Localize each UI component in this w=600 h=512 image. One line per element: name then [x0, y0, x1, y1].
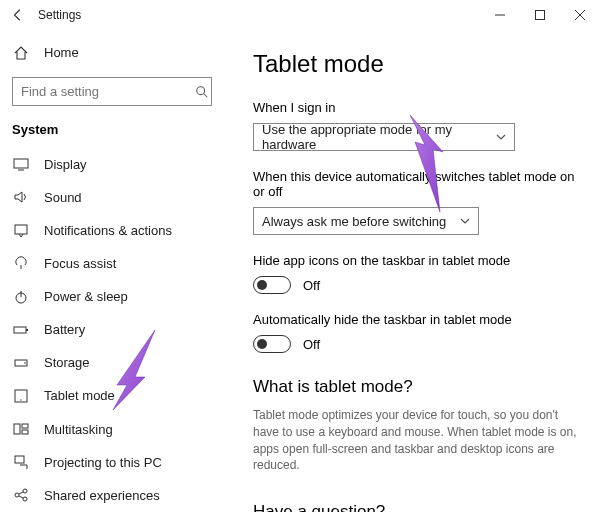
nav-label: Power & sleep [44, 289, 128, 304]
maximize-button[interactable] [520, 0, 560, 30]
svg-rect-20 [22, 430, 28, 434]
autohide-label: Automatically hide the taskbar in tablet… [253, 312, 580, 327]
what-heading: What is tablet mode? [253, 377, 580, 397]
sidebar-item-shared-experiences[interactable]: Shared experiences [0, 479, 224, 512]
sidebar-item-tablet-mode[interactable]: Tablet mode [0, 379, 224, 412]
svg-rect-6 [14, 159, 28, 168]
svg-point-23 [23, 489, 27, 493]
storage-icon [12, 354, 30, 372]
sidebar-item-notifications[interactable]: Notifications & actions [0, 214, 224, 247]
minimize-button[interactable] [480, 0, 520, 30]
dropdown-value: Use the appropriate mode for my hardware [262, 122, 496, 152]
chevron-down-icon [460, 217, 470, 225]
svg-line-5 [204, 94, 208, 98]
sidebar-item-battery[interactable]: Battery [0, 313, 224, 346]
svg-rect-13 [26, 329, 28, 331]
nav-label: Shared experiences [44, 488, 160, 503]
home-icon [12, 44, 30, 62]
notifications-icon [12, 221, 30, 239]
svg-rect-1 [536, 11, 545, 20]
nav-label: Focus assist [44, 256, 116, 271]
chevron-down-icon [496, 133, 506, 141]
toggle-state: Off [303, 278, 320, 293]
main-content: Tablet mode When I sign in Use the appro… [225, 30, 600, 512]
back-button[interactable] [4, 1, 32, 29]
battery-icon [12, 321, 30, 339]
nav-label: Notifications & actions [44, 223, 172, 238]
signin-label: When I sign in [253, 100, 580, 115]
svg-rect-12 [14, 327, 26, 333]
tablet-icon [12, 387, 30, 405]
sidebar-item-projecting[interactable]: Projecting to this PC [0, 446, 224, 479]
window-title: Settings [38, 8, 81, 22]
focus-assist-icon [12, 254, 30, 272]
svg-rect-21 [15, 456, 24, 463]
multitasking-icon [12, 420, 30, 438]
search-input[interactable] [12, 77, 212, 106]
switch-label: When this device automatically switches … [253, 169, 580, 199]
nav-label: Projecting to this PC [44, 455, 162, 470]
sidebar-item-power-sleep[interactable]: Power & sleep [0, 280, 224, 313]
switch-dropdown[interactable]: Always ask me before switching [253, 207, 479, 235]
svg-rect-18 [14, 424, 20, 434]
nav-label: Multitasking [44, 422, 113, 437]
nav-label: Home [44, 45, 79, 60]
signin-dropdown[interactable]: Use the appropriate mode for my hardware [253, 123, 515, 151]
question-heading: Have a question? [253, 502, 580, 512]
svg-point-15 [24, 362, 26, 364]
svg-point-22 [15, 493, 19, 497]
sound-icon [12, 188, 30, 206]
svg-rect-8 [15, 225, 27, 234]
autohide-toggle[interactable] [253, 335, 291, 353]
page-title: Tablet mode [253, 50, 580, 78]
dropdown-value: Always ask me before switching [262, 214, 446, 229]
nav-label: Tablet mode [44, 388, 115, 403]
sidebar: Home System Display Sound Notificati [0, 30, 225, 512]
shared-icon [12, 486, 30, 504]
sidebar-item-focus-assist[interactable]: Focus assist [0, 247, 224, 280]
hide-icons-toggle[interactable] [253, 276, 291, 294]
svg-rect-19 [22, 424, 28, 428]
sidebar-item-display[interactable]: Display [0, 147, 224, 180]
svg-line-26 [19, 496, 23, 498]
what-description: Tablet mode optimizes your device for to… [253, 407, 580, 474]
toggle-state: Off [303, 337, 320, 352]
search-icon [195, 85, 209, 99]
nav-label: Sound [44, 190, 82, 205]
sidebar-item-multitasking[interactable]: Multitasking [0, 413, 224, 446]
nav-label: Battery [44, 322, 85, 337]
sidebar-item-sound[interactable]: Sound [0, 181, 224, 214]
sidebar-item-home[interactable]: Home [0, 36, 224, 69]
svg-point-24 [23, 497, 27, 501]
svg-point-17 [20, 399, 21, 400]
close-button[interactable] [560, 0, 600, 30]
projecting-icon [12, 453, 30, 471]
hide-icons-label: Hide app icons on the taskbar in tablet … [253, 253, 580, 268]
power-icon [12, 288, 30, 306]
section-title: System [0, 116, 224, 147]
svg-line-25 [19, 492, 23, 494]
nav-label: Storage [44, 355, 90, 370]
sidebar-item-storage[interactable]: Storage [0, 346, 224, 379]
display-icon [12, 155, 30, 173]
svg-point-4 [197, 87, 205, 95]
nav-label: Display [44, 157, 87, 172]
search-field[interactable] [21, 84, 189, 99]
